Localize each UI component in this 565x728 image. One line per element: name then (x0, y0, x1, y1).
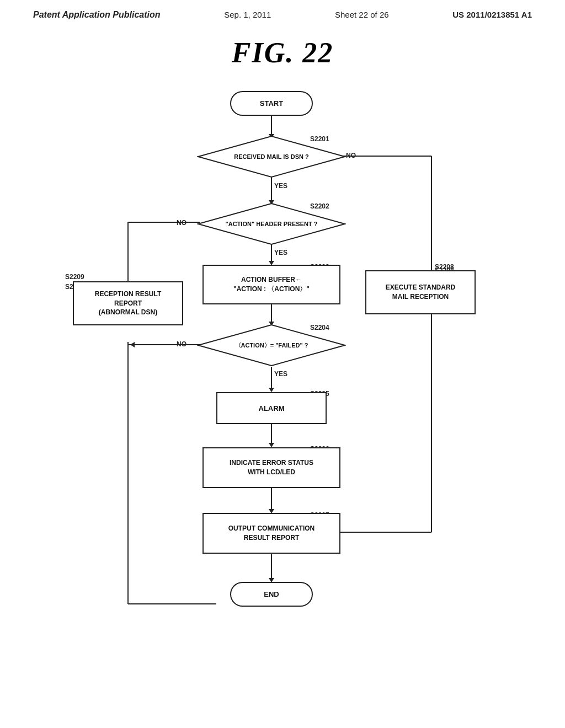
start-node: START (230, 91, 313, 116)
svg-marker-30 (130, 342, 135, 347)
s2201-no-label: NO (346, 152, 356, 159)
s2209-box: RECEPTION RESULT REPORT (ABNORMAL DSN) (73, 281, 183, 325)
s2204-diamond: 〈ACTION〉= "FAILED" ? (197, 324, 346, 367)
svg-marker-24 (269, 388, 274, 392)
publication-label: Patent Application Publication (33, 10, 161, 20)
s2205-box: ALARM (216, 392, 327, 424)
s2209-step-label: S2209 (65, 273, 84, 281)
s2208-step-label: S2208 (435, 263, 454, 271)
s2201-yes-label: YES (274, 182, 287, 190)
s2202-diamond: "ACTION" HEADER PRESENT ? (197, 202, 346, 245)
s2203-box: ACTION BUFFER← "ACTION : 〈ACTION〉" (202, 265, 340, 304)
end-node: END (230, 582, 313, 607)
page-header: Patent Application Publication Sep. 1, 2… (0, 0, 565, 20)
date-label: Sep. 1, 2011 (224, 10, 271, 19)
s2201-diamond: RECEIVED MAIL IS DSN ? (197, 135, 346, 178)
s2206-box: INDICATE ERROR STATUS WITH LCD/LED (202, 447, 340, 488)
figure-title: FIG. 22 (0, 36, 565, 69)
s2202-yes-label: YES (274, 249, 287, 256)
patent-number: US 2011/0213851 A1 (452, 10, 532, 19)
s2202-no-label: NO (177, 219, 186, 227)
s2204-yes-label: YES (274, 370, 287, 378)
sheet-label: Sheet 22 of 26 (335, 10, 389, 19)
svg-marker-25 (269, 443, 274, 447)
s2204-no-label: NO (177, 340, 186, 348)
flowchart-container: START S2201 RECEIVED MAIL IS DSN ? NO YE… (34, 85, 531, 692)
s2208-box: EXECUTE STANDARD MAIL RECEPTION (365, 270, 476, 314)
s2207-box: OUTPUT COMMUNICATION RESULT REPORT (202, 513, 340, 554)
